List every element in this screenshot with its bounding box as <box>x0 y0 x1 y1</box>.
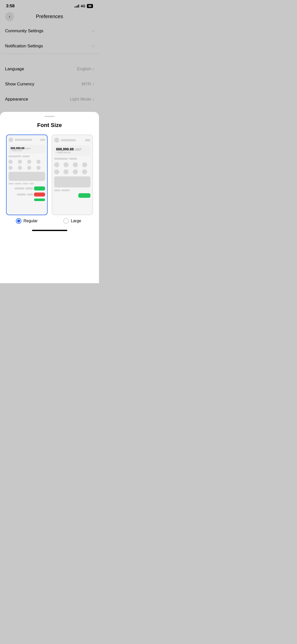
font-option-large[interactable]: 888,999.88 USDT ≈ $888,999.88 <box>52 135 93 224</box>
skel-dot8-l <box>82 169 87 174</box>
appearance-right: Light Mode › <box>70 97 94 102</box>
skel-dot6-l <box>63 169 69 174</box>
skel-dot7 <box>27 166 31 170</box>
skel-dot5-l <box>54 169 59 174</box>
skel-big-block <box>9 172 45 181</box>
skel-pill2 <box>22 155 30 157</box>
back-button[interactable]: ‹ <box>5 12 14 21</box>
skel-dot1 <box>9 160 13 164</box>
skel-btn-green-l <box>78 193 90 198</box>
signal-icon <box>75 5 79 8</box>
radio-inner-regular <box>17 219 20 222</box>
balance-amount-row-l: 888,999.88 USDT <box>56 147 89 151</box>
language-right: English › <box>77 67 94 72</box>
balance-box-regular: 888,999.88 USDT ≈ $888,999.88 <box>9 145 45 153</box>
skel-s1 <box>9 183 14 184</box>
language-label: Language <box>5 67 24 72</box>
skel-s4 <box>29 183 34 184</box>
balance-box-large: 888,999.88 USDT ≈ $888,999.88 <box>54 145 91 156</box>
page-title: Preferences <box>36 14 63 19</box>
font-size-options: 888,999.88 USDT ≈ $888,999.88 <box>5 135 94 224</box>
skel-dot3-l <box>73 162 78 167</box>
radio-large[interactable]: Large <box>63 218 81 224</box>
skel-line2 <box>40 139 45 141</box>
skel-btn-row2 <box>9 192 45 197</box>
skel-grid2-l <box>54 169 91 174</box>
appearance-value: Light Mode <box>70 97 91 102</box>
font-size-bottom-sheet: Font Size 888,999.88 USDT ≈ $888,999.88 <box>0 112 99 283</box>
status-bar: 3:58 4G 98 <box>0 0 99 11</box>
drag-handle <box>45 116 55 117</box>
balance-sub-regular: ≈ $888,999.88 <box>11 150 43 151</box>
skel-pill2-l <box>69 158 77 160</box>
language-item[interactable]: Language English › <box>5 61 94 77</box>
currency-chevron: › <box>93 82 94 86</box>
skel-dot3 <box>27 160 31 164</box>
network-label: 4G <box>81 4 85 8</box>
appearance-chevron: › <box>93 97 94 102</box>
home-bar <box>32 230 67 231</box>
skel-s3 <box>23 183 28 184</box>
battery-icon: 98 <box>87 4 93 8</box>
notification-settings-item[interactable]: Notification Settings › <box>5 39 94 54</box>
skel-grid2 <box>9 166 45 170</box>
currency-right: MYR › <box>82 82 94 87</box>
skel-label-row3 <box>17 194 26 196</box>
skel-label-row4 <box>27 194 33 196</box>
skel-grid1-l <box>54 162 91 167</box>
language-value: English <box>77 67 91 72</box>
radio-outer-large <box>63 218 69 224</box>
font-preview-regular: 888,999.88 USDT ≈ $888,999.88 <box>6 135 48 215</box>
skel-label-row2 <box>25 187 33 189</box>
skel-s2-l <box>61 189 70 191</box>
balance-unit-regular: USDT <box>25 147 31 150</box>
preview-header-large <box>54 138 91 143</box>
skel-line1-l <box>61 139 76 141</box>
battery-level: 98 <box>87 4 93 8</box>
skel-row1-l <box>54 158 91 160</box>
skel-btn-green2 <box>34 199 45 201</box>
skel-dot6 <box>18 166 22 170</box>
font-option-regular[interactable]: 888,999.88 USDT ≈ $888,999.88 <box>6 135 48 224</box>
community-settings-right: › <box>93 29 94 33</box>
skel-big-block-l <box>54 176 91 187</box>
font-preview-large: 888,999.88 USDT ≈ $888,999.88 <box>52 135 93 215</box>
skel-pill1 <box>9 155 21 157</box>
radio-label-large: Large <box>71 219 81 223</box>
skel-dot8 <box>37 166 41 170</box>
appearance-label: Appearance <box>5 97 28 102</box>
back-icon: ‹ <box>9 14 10 19</box>
radio-regular[interactable]: Regular <box>16 218 38 224</box>
page-header: ‹ Preferences <box>0 11 99 23</box>
skel-small-row <box>9 183 45 184</box>
appearance-item[interactable]: Appearance Light Mode › <box>5 92 94 107</box>
skel-btn-row1-l <box>54 193 91 198</box>
currency-label: Show Currency <box>5 82 34 87</box>
skel-label-row <box>14 187 24 189</box>
community-settings-item[interactable]: Community Settings › <box>5 23 94 39</box>
skel-dot4 <box>37 160 41 164</box>
status-right: 4G 98 <box>75 4 93 8</box>
section-gap <box>0 54 99 61</box>
notification-settings-chevron: › <box>93 44 94 48</box>
preview-header-regular <box>9 138 45 142</box>
community-settings-label: Community Settings <box>5 28 43 34</box>
skel-row1 <box>9 155 45 157</box>
skel-dot7-l <box>73 169 78 174</box>
skel-small-row-l <box>54 189 91 191</box>
skel-line2-l <box>85 139 90 141</box>
skel-avatar-l <box>54 138 59 143</box>
currency-item[interactable]: Show Currency MYR › <box>5 77 94 92</box>
skel-grid1 <box>9 160 45 164</box>
skel-dot1-l <box>54 162 59 167</box>
notification-settings-label: Notification Settings <box>5 44 43 49</box>
skel-btn-green <box>34 186 45 190</box>
balance-sub-large: ≈ $888,999.88 <box>56 151 89 154</box>
skel-avatar <box>9 138 13 142</box>
balance-amount-regular: 888,999.88 <box>11 147 24 150</box>
skel-dot4-l <box>82 162 87 167</box>
status-time: 3:58 <box>6 4 15 9</box>
skel-pill1-l <box>54 158 68 160</box>
skel-s1-l <box>54 189 60 191</box>
sheet-title: Font Size <box>5 122 94 128</box>
